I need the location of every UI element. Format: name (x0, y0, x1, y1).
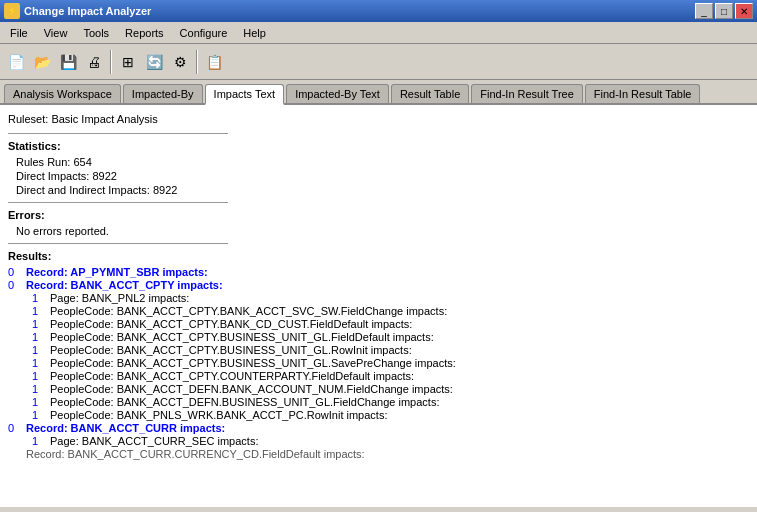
menu-view[interactable]: View (36, 25, 76, 41)
direct-impacts: Direct Impacts: 8922 (16, 170, 745, 182)
app-icon: ⚡ (4, 3, 20, 19)
result-text-10: PeopleCode: BANK_ACCT_DEFN.BUSINESS_UNIT… (50, 396, 439, 408)
result-item-10: 1 PeopleCode: BANK_ACCT_DEFN.BUSINESS_UN… (32, 396, 745, 408)
errors-title: Errors: (8, 209, 745, 221)
result-item-12: 0 Record: BANK_ACCT_CURR impacts: (8, 422, 745, 434)
result-text-6: PeopleCode: BANK_ACCT_CPTY.BUSINESS_UNIT… (50, 344, 412, 356)
menu-bar: File View Tools Reports Configure Help (0, 22, 757, 44)
title-buttons: _ □ ✕ (695, 3, 753, 19)
tab-analysis-workspace[interactable]: Analysis Workspace (4, 84, 121, 103)
toolbar-refresh[interactable]: 🔄 (142, 50, 166, 74)
toolbar-settings[interactable]: ⚙ (168, 50, 192, 74)
result-link-0[interactable]: Record: AP_PYMNT_SBR impacts: (26, 266, 208, 278)
toolbar: 📄 📂 💾 🖨 ⊞ 🔄 ⚙ 📋 (0, 44, 757, 80)
toolbar-new[interactable]: 📄 (4, 50, 28, 74)
divider-2 (8, 202, 228, 203)
result-text-5: PeopleCode: BANK_ACCT_CPTY.BUSINESS_UNIT… (50, 331, 434, 343)
result-text-3: PeopleCode: BANK_ACCT_CPTY.BANK_ACCT_SVC… (50, 305, 447, 317)
result-text-7: PeopleCode: BANK_ACCT_CPTY.BUSINESS_UNIT… (50, 357, 456, 369)
toolbar-open[interactable]: 📂 (30, 50, 54, 74)
maximize-button[interactable]: □ (715, 3, 733, 19)
result-item-9: 1 PeopleCode: BANK_ACCT_DEFN.BANK_ACCOUN… (32, 383, 745, 395)
content-area: Ruleset: Basic Impact Analysis Statistic… (0, 105, 757, 507)
toolbar-clipboard[interactable]: 📋 (202, 50, 226, 74)
tab-find-in-result-table[interactable]: Find-In Result Table (585, 84, 701, 103)
result-text-8: PeopleCode: BANK_ACCT_CPTY.COUNTERPARTY.… (50, 370, 414, 382)
result-text-2: Page: BANK_PNL2 impacts: (50, 292, 189, 304)
tab-impacted-by-text[interactable]: Impacted-By Text (286, 84, 389, 103)
result-item-8: 1 PeopleCode: BANK_ACCT_CPTY.COUNTERPART… (32, 370, 745, 382)
divider-3 (8, 243, 228, 244)
result-item-6: 1 PeopleCode: BANK_ACCT_CPTY.BUSINESS_UN… (32, 344, 745, 356)
toolbar-print[interactable]: 🖨 (82, 50, 106, 74)
result-item-11: 1 PeopleCode: BANK_PNLS_WRK.BANK_ACCT_PC… (32, 409, 745, 421)
result-item-2: 1 Page: BANK_PNL2 impacts: (32, 292, 745, 304)
statistics-title: Statistics: (8, 140, 745, 152)
tab-impacts-text[interactable]: Impacts Text (205, 84, 285, 105)
divider-1 (8, 133, 228, 134)
toolbar-save[interactable]: 💾 (56, 50, 80, 74)
content-scroll[interactable]: Ruleset: Basic Impact Analysis Statistic… (0, 105, 757, 507)
result-text-14: Record: BANK_ACCT_CURR.CURRENCY_CD.Field… (26, 448, 365, 460)
result-item-0: 0 Record: AP_PYMNT_SBR impacts: (8, 266, 745, 278)
app-title: Change Impact Analyzer (24, 5, 151, 17)
tab-impacted-by[interactable]: Impacted-By (123, 84, 203, 103)
tab-find-in-result-tree[interactable]: Find-In Result Tree (471, 84, 583, 103)
result-text-9: PeopleCode: BANK_ACCT_DEFN.BANK_ACCOUNT_… (50, 383, 453, 395)
result-text-11: PeopleCode: BANK_PNLS_WRK.BANK_ACCT_PC.R… (50, 409, 387, 421)
tabs-bar: Analysis Workspace Impacted-By Impacts T… (0, 80, 757, 105)
result-item-4: 1 PeopleCode: BANK_ACCT_CPTY.BANK_CD_CUS… (32, 318, 745, 330)
menu-configure[interactable]: Configure (172, 25, 236, 41)
result-link-12[interactable]: Record: BANK_ACCT_CURR impacts: (26, 422, 225, 434)
result-item-3: 1 PeopleCode: BANK_ACCT_CPTY.BANK_ACCT_S… (32, 305, 745, 317)
toolbar-grid[interactable]: ⊞ (116, 50, 140, 74)
result-item-1: 0 Record: BANK_ACCT_CPTY impacts: (8, 279, 745, 291)
menu-tools[interactable]: Tools (75, 25, 117, 41)
errors-message: No errors reported. (16, 225, 745, 237)
toolbar-sep1 (110, 50, 112, 74)
result-item-14: Record: BANK_ACCT_CURR.CURRENCY_CD.Field… (8, 448, 745, 460)
close-button[interactable]: ✕ (735, 3, 753, 19)
result-text-13: Page: BANK_ACCT_CURR_SEC impacts: (50, 435, 258, 447)
results-title: Results: (8, 250, 745, 262)
rules-run: Rules Run: 654 (16, 156, 745, 168)
minimize-button[interactable]: _ (695, 3, 713, 19)
toolbar-sep2 (196, 50, 198, 74)
tab-result-table[interactable]: Result Table (391, 84, 469, 103)
result-item-13: 1 Page: BANK_ACCT_CURR_SEC impacts: (32, 435, 745, 447)
result-item-7: 1 PeopleCode: BANK_ACCT_CPTY.BUSINESS_UN… (32, 357, 745, 369)
menu-file[interactable]: File (2, 25, 36, 41)
menu-help[interactable]: Help (235, 25, 274, 41)
title-bar: ⚡ Change Impact Analyzer _ □ ✕ (0, 0, 757, 22)
menu-reports[interactable]: Reports (117, 25, 172, 41)
result-text-4: PeopleCode: BANK_ACCT_CPTY.BANK_CD_CUST.… (50, 318, 412, 330)
direct-indirect-impacts: Direct and Indirect Impacts: 8922 (16, 184, 745, 196)
result-link-1[interactable]: Record: BANK_ACCT_CPTY impacts: (26, 279, 223, 291)
ruleset-label: Ruleset: Basic Impact Analysis (8, 113, 745, 125)
result-item-5: 1 PeopleCode: BANK_ACCT_CPTY.BUSINESS_UN… (32, 331, 745, 343)
